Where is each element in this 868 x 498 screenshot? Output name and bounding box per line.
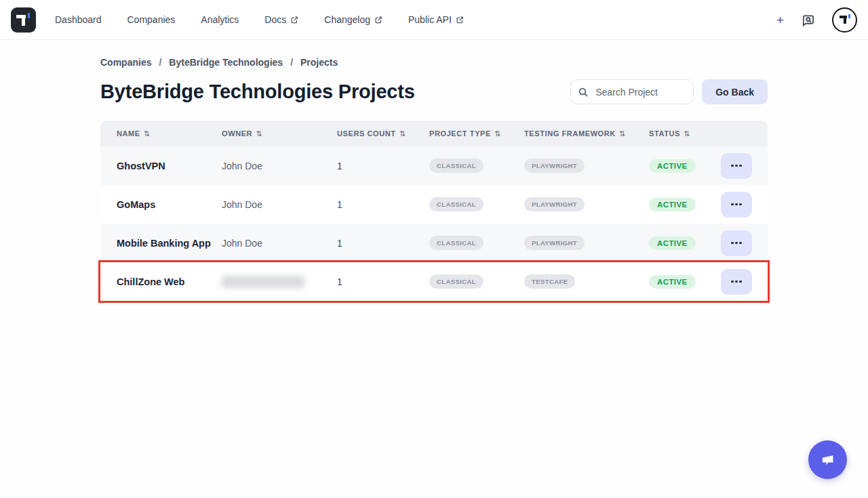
project-owner: John Doe (222, 238, 337, 249)
ellipsis-icon (735, 165, 738, 167)
users-count: 1 (337, 238, 429, 249)
project-name[interactable]: Mobile Banking App (100, 238, 222, 249)
breadcrumb-separator: / (159, 57, 161, 68)
chat-bubble-icon (818, 451, 837, 469)
users-count: 1 (337, 276, 429, 287)
row-actions-button[interactable] (721, 230, 752, 256)
external-link-icon (290, 16, 298, 24)
breadcrumb-separator: / (290, 57, 293, 68)
ellipsis-icon (739, 203, 742, 206)
app-logo[interactable] (11, 7, 36, 33)
search-input[interactable] (570, 79, 694, 104)
column-header-name[interactable]: NAME ⇅ (100, 129, 222, 138)
toolbar: Go Back (570, 79, 768, 104)
search-box (570, 79, 694, 104)
column-header-testing-framework[interactable]: TESTING FRAMEWORK ⇅ (524, 129, 649, 138)
nav-item-docs[interactable]: Docs (264, 14, 298, 25)
go-back-button[interactable]: Go Back (702, 79, 768, 104)
nav-item-label: Public API (408, 14, 452, 25)
nav-item-label: Companies (127, 14, 176, 25)
nav-item-dashboard[interactable]: Dashboard (55, 14, 102, 25)
projects-table: NAME ⇅ OWNER ⇅ USERS COUNT ⇅ PROJECT TYP… (100, 121, 768, 301)
project-owner: John Doe (222, 161, 337, 171)
project-name[interactable]: GhostVPN (100, 161, 222, 171)
project-type-badge: CLASSICAL (429, 159, 484, 173)
ellipsis-icon (735, 281, 738, 283)
external-link-icon (374, 16, 382, 24)
sort-icon[interactable]: ⇅ (494, 129, 501, 138)
column-header-owner[interactable]: OWNER ⇅ (222, 129, 337, 138)
search-icon (578, 87, 589, 98)
breadcrumb-company[interactable]: ByteBridge Technologies (169, 57, 283, 68)
sort-icon[interactable]: ⇅ (684, 129, 690, 138)
nav-item-analytics[interactable]: Analytics (201, 14, 239, 25)
table-header: NAME ⇅ OWNER ⇅ USERS COUNT ⇅ PROJECT TYP… (100, 121, 768, 146)
table-row[interactable]: Mobile Banking App John Doe 1 CLASSICAL … (100, 224, 768, 262)
search-chat-icon[interactable] (801, 13, 815, 27)
chat-widget-button[interactable] (808, 440, 847, 479)
ellipsis-icon (731, 281, 734, 283)
user-avatar[interactable] (832, 7, 857, 33)
column-header-status[interactable]: STATUS ⇅ (649, 129, 721, 138)
breadcrumb-companies[interactable]: Companies (100, 57, 151, 68)
sort-icon[interactable]: ⇅ (619, 129, 626, 138)
nav-item-changelog[interactable]: Changelog (324, 14, 382, 25)
ellipsis-icon (739, 242, 742, 245)
users-count: 1 (337, 199, 429, 210)
top-navigation: Dashboard Companies Analytics Docs Chang… (0, 0, 868, 40)
sort-icon[interactable]: ⇅ (399, 129, 406, 138)
table-row[interactable]: GoMaps John Doe 1 CLASSICAL PLAYWRIGHT A… (100, 185, 768, 224)
users-count: 1 (337, 161, 429, 171)
nav-item-companies[interactable]: Companies (127, 14, 176, 25)
ellipsis-icon (739, 165, 742, 167)
ellipsis-icon (731, 203, 734, 206)
testing-framework-badge: PLAYWRIGHT (524, 159, 585, 173)
logo-accent-mark (28, 13, 30, 18)
nav-item-label: Changelog (324, 14, 370, 25)
project-type-badge: CLASSICAL (429, 236, 484, 250)
external-link-icon (456, 16, 464, 24)
project-name[interactable]: GoMaps (100, 199, 222, 210)
project-type-badge: CLASSICAL (429, 274, 484, 289)
row-actions-button[interactable] (721, 269, 752, 295)
project-owner (222, 276, 337, 288)
logo-t-shape (22, 15, 25, 26)
status-badge: ACTIVE (649, 236, 696, 250)
project-name[interactable]: ChillZone Web (100, 276, 222, 287)
table-row-highlighted[interactable]: ChillZone Web 1 CLASSICAL TESTCAFE ACTIV… (100, 262, 768, 301)
status-badge: ACTIVE (649, 198, 696, 211)
testing-framework-badge: PLAYWRIGHT (524, 236, 585, 250)
nav-links: Dashboard Companies Analytics Docs Chang… (55, 14, 464, 25)
testing-framework-badge: PLAYWRIGHT (524, 197, 585, 211)
breadcrumb-projects[interactable]: Projects (300, 57, 338, 68)
owner-redacted-blur (222, 276, 304, 288)
row-actions-button[interactable] (721, 153, 752, 179)
status-badge: ACTIVE (649, 275, 696, 289)
column-header-users-count[interactable]: USERS COUNT ⇅ (337, 129, 429, 138)
ellipsis-icon (735, 203, 738, 206)
page-title: ByteBridge Technologies Projects (100, 81, 415, 103)
nav-item-label: Docs (264, 14, 286, 25)
nav-item-public-api[interactable]: Public API (408, 14, 464, 25)
status-badge: ACTIVE (649, 159, 696, 173)
column-header-project-type[interactable]: PROJECT TYPE ⇅ (429, 129, 524, 138)
sort-icon[interactable]: ⇅ (256, 129, 262, 138)
ellipsis-icon (731, 242, 734, 245)
page-header-row: ByteBridge Technologies Projects Go Back (100, 79, 768, 104)
sort-icon[interactable]: ⇅ (144, 129, 151, 138)
testing-framework-badge: TESTCAFE (524, 274, 575, 289)
nav-item-label: Dashboard (55, 14, 102, 25)
row-actions-button[interactable] (721, 192, 752, 217)
avatar-accent-mark (848, 14, 850, 18)
ellipsis-icon (739, 281, 742, 283)
breadcrumb: Companies / ByteBridge Technologies / Pr… (100, 57, 768, 68)
add-button[interactable]: + (776, 14, 784, 26)
nav-item-label: Analytics (201, 14, 239, 25)
avatar-t-shape (844, 16, 846, 24)
project-owner: John Doe (222, 199, 337, 210)
nav-right-cluster: + (776, 7, 857, 33)
table-row[interactable]: GhostVPN John Doe 1 CLASSICAL PLAYWRIGHT… (100, 146, 768, 185)
ellipsis-icon (735, 242, 738, 245)
main-content: Companies / ByteBridge Technologies / Pr… (100, 57, 768, 301)
project-type-badge: CLASSICAL (429, 197, 484, 211)
